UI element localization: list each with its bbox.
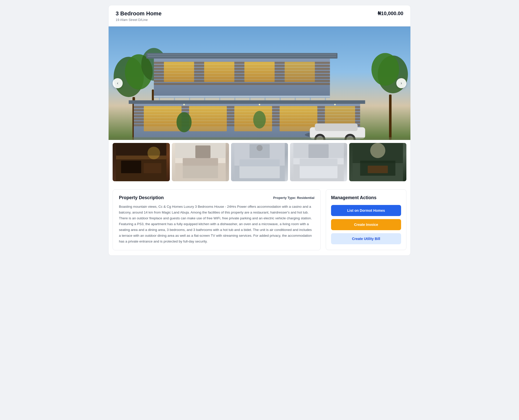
svg-point-65 — [334, 104, 336, 105]
property-description-card: Property Description Property Type: Resi… — [113, 189, 321, 250]
content-row: Property Description Property Type: Resi… — [109, 184, 410, 255]
carousel-prev-button[interactable]: ‹ — [113, 78, 123, 88]
svg-rect-55 — [315, 124, 358, 131]
property-title: 3 Bedroom Home — [116, 10, 161, 17]
property-header: 3 Bedroom Home 19 Afam Street D/Line ₦10… — [109, 5, 410, 26]
svg-rect-17 — [154, 83, 330, 85]
thumbnail-bedroom1[interactable] — [172, 143, 229, 181]
svg-rect-22 — [204, 62, 234, 82]
svg-rect-75 — [183, 158, 218, 166]
desc-header: Property Description Property Type: Resi… — [119, 195, 314, 200]
carousel-main-image — [109, 26, 410, 140]
thumbnail-bedroom2[interactable] — [231, 143, 288, 181]
svg-rect-77 — [195, 145, 210, 158]
svg-point-93 — [370, 143, 385, 158]
property-type: Property Type: Residential — [273, 196, 314, 200]
svg-point-64 — [259, 104, 260, 105]
svg-rect-20 — [148, 56, 336, 57]
desc-section-title: Property Description — [119, 195, 164, 200]
svg-rect-89 — [309, 144, 329, 158]
svg-rect-69 — [144, 163, 161, 173]
property-info: 3 Bedroom Home 19 Afam Street D/Line — [116, 10, 161, 22]
svg-rect-68 — [121, 161, 141, 173]
svg-rect-47 — [129, 100, 365, 104]
svg-rect-49 — [189, 106, 227, 131]
svg-rect-23 — [244, 62, 275, 82]
svg-rect-60 — [109, 137, 410, 140]
property-type-label-text: Property Type: — [273, 196, 296, 200]
svg-rect-8 — [389, 95, 392, 140]
svg-rect-26 — [154, 96, 330, 97]
management-card: Management Actions List on Dormot Homes … — [326, 189, 406, 250]
create-utility-bill-button[interactable]: Create Utility Bill — [331, 233, 401, 244]
svg-point-62 — [253, 111, 266, 129]
svg-point-63 — [183, 104, 185, 105]
svg-rect-87 — [300, 159, 338, 166]
svg-rect-21 — [164, 62, 194, 82]
svg-rect-50 — [234, 106, 272, 131]
chevron-left-icon: ‹ — [117, 81, 118, 85]
svg-point-71 — [147, 147, 160, 159]
property-address: 19 Afam Street D/Line — [116, 18, 161, 22]
property-card: 3 Bedroom Home 19 Afam Street D/Line ₦10… — [108, 5, 411, 256]
chevron-right-icon: › — [401, 81, 402, 85]
thumbnails-row — [109, 140, 410, 184]
svg-rect-48 — [144, 106, 182, 131]
svg-rect-81 — [239, 159, 280, 166]
thumbnail-bedroom3[interactable] — [290, 143, 347, 181]
carousel-container: ‹ › — [109, 26, 410, 140]
management-title: Management Actions — [331, 195, 401, 200]
svg-point-83 — [256, 145, 263, 151]
property-description-text: Boasting mountain views, Cc & Cg Homes L… — [119, 204, 314, 245]
thumbnail-dining[interactable] — [349, 143, 406, 181]
list-on-dormot-button[interactable]: List on Dormot Homes — [331, 205, 401, 216]
svg-rect-24 — [285, 62, 315, 82]
svg-point-61 — [177, 112, 192, 132]
svg-point-7 — [371, 53, 399, 86]
property-type-value-text: Residential — [297, 196, 314, 200]
create-invoice-button[interactable]: Create Invoice — [331, 219, 401, 230]
house-svg — [109, 26, 410, 140]
svg-rect-94 — [368, 166, 388, 173]
carousel-next-button[interactable]: › — [396, 78, 406, 88]
svg-rect-19 — [148, 54, 336, 55]
thumbnail-kitchen[interactable] — [113, 143, 170, 181]
property-price: ₦10,000.00 — [378, 10, 403, 16]
